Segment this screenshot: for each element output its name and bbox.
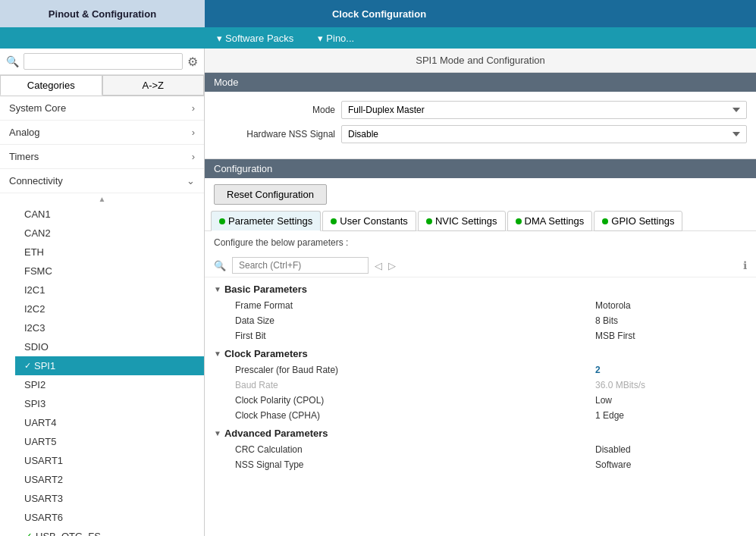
sub-header-left (0, 27, 205, 49)
sidebar-item-usart6[interactable]: USART6 (15, 508, 204, 527)
sidebar-search-bar: 🔍 ⚙ (0, 49, 204, 75)
nss-row: Hardware NSS Signal Disable Hardware NSS… (214, 125, 747, 143)
sidebar-item-eth[interactable]: ETH (15, 243, 204, 262)
tab-user-constants[interactable]: User Constants (322, 211, 416, 231)
sidebar-item-spi1[interactable]: ✓ SPI1 (15, 356, 204, 375)
param-frame-format: Frame Format Motorola (205, 298, 756, 313)
collapse-icon: ▼ (214, 285, 221, 293)
mode-form: Mode Full-Duplex Master Half-Duplex Mast… (205, 92, 756, 159)
param-search-input[interactable] (232, 257, 369, 274)
sidebar-item-system-core[interactable]: System Core › (0, 96, 204, 121)
dot-icon (602, 218, 608, 224)
pinout-short-label: Pino... (326, 33, 354, 44)
tab-nvic-settings[interactable]: NVIC Settings (418, 211, 506, 231)
tab-categories[interactable]: Categories (0, 75, 102, 96)
sidebar-item-can2[interactable]: CAN2 (15, 224, 204, 243)
software-packs-menu[interactable]: ▾ Software Packs (205, 27, 306, 49)
check-circle-icon: ✓ (24, 531, 33, 536)
basic-parameters-group: ▼ Basic Parameters Frame Format Motorola… (205, 281, 756, 343)
sidebar-item-timers[interactable]: Timers › (0, 145, 204, 169)
clock-parameters-label: Clock Parameters (224, 348, 308, 359)
clock-parameters-header[interactable]: ▼ Clock Parameters (205, 345, 756, 362)
chevron-down-icon: ▾ (217, 33, 222, 44)
nss-select[interactable]: Disable Hardware NSS Input Signal Hardwa… (341, 125, 747, 143)
sidebar-item-usart3[interactable]: USART3 (15, 489, 204, 508)
check-icon: ✓ (24, 361, 31, 371)
advanced-parameters-header[interactable]: ▼ Advanced Parameters (205, 425, 756, 442)
dot-icon (426, 218, 432, 224)
sidebar-item-i2c1[interactable]: I2C1 (15, 281, 204, 299)
sidebar-item-usart1[interactable]: USART1 (15, 451, 204, 470)
advanced-parameters-label: Advanced Parameters (224, 428, 328, 439)
sub-header-right: ▾ Software Packs ▾ Pino... (205, 27, 756, 49)
pinout-header[interactable]: Pinout & Configuration (0, 0, 205, 27)
chevron-right-icon: › (192, 151, 195, 162)
top-header: Pinout & Configuration Clock Configurati… (0, 0, 756, 27)
config-section: Configuration Reset Configuration Parame… (205, 159, 756, 536)
mode-section: Mode Mode Full-Duplex Master Half-Duplex… (205, 73, 756, 159)
param-nss-signal-type: NSS Signal Type Software (205, 457, 756, 472)
tab-gpio-settings[interactable]: GPIO Settings (594, 211, 682, 231)
sidebar-item-uart4[interactable]: UART4 (15, 413, 204, 432)
sidebar-item-spi2[interactable]: SPI2 (15, 375, 204, 394)
advanced-parameters-group: ▼ Advanced Parameters CRC Calculation Di… (205, 425, 756, 472)
info-icon[interactable]: ℹ (743, 259, 747, 271)
mode-section-header: Mode (205, 73, 756, 92)
param-tree: ▼ Basic Parameters Frame Format Motorola… (205, 277, 756, 477)
param-prescaler: Prescaler (for Baud Rate) 2 (205, 362, 756, 378)
sidebar-list: System Core › Analog › Timers › Connecti… (0, 96, 204, 536)
mode-label: Mode (214, 105, 335, 115)
collapse-icon: ▼ (214, 429, 221, 437)
scroll-up-indicator: ▲ (0, 193, 204, 205)
next-icon[interactable]: ▷ (388, 260, 396, 271)
search-icon: 🔍 (214, 260, 226, 271)
main-content: SPI1 Mode and Configuration Mode Mode Fu… (205, 49, 756, 536)
param-cpha: Clock Phase (CPHA) 1 Edge (205, 408, 756, 423)
prev-icon[interactable]: ◁ (375, 260, 382, 271)
sidebar-item-analog[interactable]: Analog › (0, 121, 204, 145)
clock-header[interactable]: Clock Configuration (205, 0, 554, 27)
basic-parameters-header[interactable]: ▼ Basic Parameters (205, 281, 756, 298)
connectivity-sub-list: CAN1 CAN2 ETH FSMC I2C1 I2C2 I2C3 SDIO ✓… (0, 205, 204, 536)
mode-row: Mode Full-Duplex Master Half-Duplex Mast… (214, 101, 747, 119)
pinout-title: Pinout & Configuration (49, 8, 156, 20)
dot-icon (331, 218, 337, 224)
sidebar-item-usart2[interactable]: USART2 (15, 470, 204, 489)
sidebar-item-i2c3[interactable]: I2C3 (15, 318, 204, 337)
sidebar-tabs: Categories A->Z (0, 75, 204, 96)
sidebar-item-usb-otg-fs[interactable]: ✓ USB_OTG_FS (15, 527, 204, 536)
clock-title: Clock Configuration (332, 8, 426, 20)
param-first-bit: First Bit MSB First (205, 328, 756, 343)
param-data-size: Data Size 8 Bits (205, 313, 756, 328)
dot-icon (516, 218, 522, 224)
param-cpol: Clock Polarity (CPOL) Low (205, 393, 756, 408)
tab-dma-settings[interactable]: DMA Settings (507, 211, 593, 231)
reset-configuration-button[interactable]: Reset Configuration (214, 184, 327, 205)
sidebar-search-input[interactable] (24, 53, 183, 70)
main-layout: 🔍 ⚙ Categories A->Z System Core › Analog… (0, 49, 756, 536)
tab-parameter-settings[interactable]: Parameter Settings (211, 211, 321, 231)
software-packs-label: Software Packs (225, 33, 293, 44)
sidebar-item-sdio[interactable]: SDIO (15, 337, 204, 356)
nss-label: Hardware NSS Signal (214, 129, 335, 139)
content-title: SPI1 Mode and Configuration (205, 49, 756, 73)
tab-az[interactable]: A->Z (102, 75, 205, 96)
chevron-down-icon: ⌄ (187, 175, 195, 187)
gear-icon[interactable]: ⚙ (187, 55, 198, 69)
sidebar-item-connectivity[interactable]: Connectivity ⌄ (0, 169, 204, 193)
param-baud-rate: Baud Rate 36.0 MBits/s (205, 378, 756, 393)
chevron-right-icon: › (192, 102, 195, 114)
sidebar-item-can1[interactable]: CAN1 (15, 205, 204, 224)
search-icon: 🔍 (6, 55, 19, 67)
config-tabs: Parameter Settings User Constants NVIC S… (205, 211, 756, 231)
collapse-icon: ▼ (214, 349, 221, 358)
sidebar-item-uart5[interactable]: UART5 (15, 432, 204, 451)
mode-select[interactable]: Full-Duplex Master Half-Duplex Master Re… (341, 101, 747, 119)
pinout-menu[interactable]: ▾ Pino... (306, 27, 366, 49)
sidebar-item-fsmc[interactable]: FSMC (15, 262, 204, 281)
dot-icon (219, 218, 225, 224)
sidebar-item-spi3[interactable]: SPI3 (15, 394, 204, 413)
chevron-right-icon: › (192, 127, 195, 138)
configure-text: Configure the below parameters : (205, 231, 756, 254)
sidebar-item-i2c2[interactable]: I2C2 (15, 299, 204, 318)
